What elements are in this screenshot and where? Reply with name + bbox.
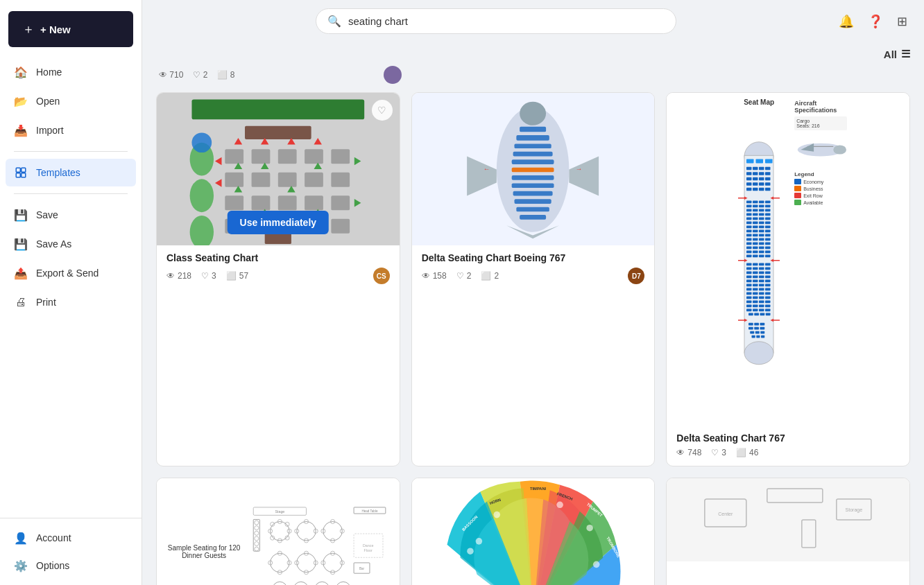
card-orchestra[interactable]: MODERN PERIOD BASSOON HORN TIMPANI FRENC… xyxy=(411,478,656,585)
svg-rect-145 xyxy=(759,251,764,254)
options-icon: ⚙️ xyxy=(14,559,28,573)
svg-rect-205 xyxy=(760,313,765,316)
svg-rect-166 xyxy=(765,272,771,274)
svg-rect-96 xyxy=(753,201,758,204)
svg-point-241 xyxy=(271,522,275,526)
svg-rect-20 xyxy=(225,195,243,210)
svg-marker-42 xyxy=(215,179,222,186)
apps-button[interactable]: ⊞ xyxy=(894,11,910,32)
svg-rect-142 xyxy=(765,247,771,250)
svg-rect-52 xyxy=(517,135,550,141)
sidebar-item-save[interactable]: 💾 Save xyxy=(6,201,136,229)
search-bar[interactable]: 🔍 xyxy=(316,8,676,34)
sidebar-label-import: Import xyxy=(36,125,64,136)
svg-text:Bar: Bar xyxy=(359,566,365,570)
svg-rect-119 xyxy=(746,226,752,229)
card-title-delta-seatmap: Delta Seating Chart 767 xyxy=(676,433,900,444)
svg-rect-80 xyxy=(753,177,758,181)
svg-point-7 xyxy=(190,179,214,212)
svg-rect-148 xyxy=(753,255,758,258)
svg-rect-211 xyxy=(748,323,753,326)
svg-rect-78 xyxy=(765,172,771,175)
use-immediately-class-seating[interactable]: Use immediately xyxy=(228,211,330,234)
svg-rect-77 xyxy=(759,172,764,175)
svg-point-67 xyxy=(744,342,773,365)
svg-rect-146 xyxy=(765,251,771,254)
sidebar-item-home[interactable]: 🏠 Home xyxy=(6,58,136,86)
svg-rect-72 xyxy=(753,167,758,171)
sidebar-item-open[interactable]: 📂 Open xyxy=(6,87,136,115)
svg-rect-143 xyxy=(746,251,752,254)
export-icon: 📤 xyxy=(14,266,28,280)
aircraft-side-view xyxy=(794,132,846,167)
svg-point-295 xyxy=(467,548,474,555)
svg-rect-22 xyxy=(278,195,297,210)
notification-button[interactable]: 🔔 xyxy=(836,11,857,32)
svg-rect-216 xyxy=(760,327,765,330)
svg-text:Storage: Storage xyxy=(846,507,863,513)
nav-divider-1 xyxy=(14,151,128,152)
svg-point-231 xyxy=(255,525,259,530)
svg-rect-83 xyxy=(746,182,752,186)
svg-rect-169 xyxy=(759,276,764,279)
card-delta-767[interactable]: ← → Delta Seating Chart Boeing 767 👁 158… xyxy=(411,92,656,466)
card-class-seating[interactable]: ♡ Use immediately Class Seating Chart 👁 … xyxy=(156,92,400,466)
svg-rect-182 xyxy=(765,288,771,291)
svg-rect-111 xyxy=(746,218,752,220)
svg-rect-183 xyxy=(746,292,752,295)
filter-button[interactable]: All ☰ xyxy=(884,48,910,60)
svg-rect-53 xyxy=(515,143,551,148)
svg-rect-18 xyxy=(305,173,323,187)
svg-text:←: ← xyxy=(484,165,490,173)
svg-rect-204 xyxy=(754,313,759,316)
sidebar-item-import[interactable]: 📥 Import xyxy=(6,116,136,144)
sidebar-item-options[interactable]: ⚙️ Options xyxy=(6,552,136,579)
sidebar-item-account[interactable]: 👤 Account xyxy=(6,524,136,552)
sidebar-label-templates: Templates xyxy=(36,167,80,178)
svg-rect-168 xyxy=(753,276,758,279)
help-button[interactable]: ❓ xyxy=(865,11,886,32)
svg-rect-113 xyxy=(759,218,764,220)
card-meta-delta-767: 👁 158 ♡ 2 ⬜ 2 D7 xyxy=(422,268,645,284)
card-partial-bottom[interactable]: Center Storage xyxy=(666,478,910,585)
svg-text:TIMPANI: TIMPANI xyxy=(530,487,546,491)
sidebar-item-templates[interactable]: Templates xyxy=(6,159,136,186)
svg-rect-29 xyxy=(331,219,350,234)
svg-rect-59 xyxy=(513,191,553,195)
svg-rect-217 xyxy=(750,331,754,334)
svg-rect-105 xyxy=(759,209,764,212)
svg-text:Center: Center xyxy=(719,512,734,516)
svg-rect-81 xyxy=(759,177,764,181)
svg-rect-112 xyxy=(753,218,758,220)
card-title-delta-767: Delta Seating Chart Boeing 767 xyxy=(422,252,645,263)
sidebar-item-print[interactable]: 🖨 Print xyxy=(6,288,136,316)
card-dinner-seating[interactable]: Sample Seating for 120 Dinner Guests Sta… xyxy=(156,478,400,585)
svg-rect-14 xyxy=(331,149,350,164)
svg-rect-136 xyxy=(753,243,758,245)
svg-rect-55 xyxy=(512,159,554,164)
svg-rect-0 xyxy=(16,168,20,172)
svg-rect-141 xyxy=(759,247,764,250)
svg-rect-140 xyxy=(753,247,758,250)
svg-rect-128 xyxy=(753,234,758,237)
svg-rect-123 xyxy=(746,230,752,233)
svg-rect-200 xyxy=(753,309,758,312)
svg-rect-133 xyxy=(759,238,764,241)
card-delta-seatmap[interactable]: Seat Map xyxy=(666,92,910,466)
svg-rect-11 xyxy=(252,149,271,164)
card-info-class-seating: Class Seating Chart 👁 218 ♡ 3 ⬜ 57 CS xyxy=(157,245,400,292)
sidebar-item-save-as[interactable]: 💾 Save As xyxy=(6,230,136,258)
sidebar-item-export[interactable]: 📤 Export & Send xyxy=(6,259,136,287)
svg-rect-124 xyxy=(753,230,758,233)
partial-copies: ⬜ 8 xyxy=(217,70,234,80)
svg-rect-85 xyxy=(759,182,764,186)
new-button[interactable]: ＋ + New xyxy=(8,11,133,47)
svg-marker-44 xyxy=(354,199,361,207)
svg-rect-203 xyxy=(748,313,753,316)
svg-rect-71 xyxy=(746,167,752,171)
favorite-class-seating[interactable]: ♡ xyxy=(372,100,393,121)
search-input[interactable] xyxy=(348,15,665,27)
partial-bottom-svg: Center Storage xyxy=(667,478,909,561)
save-icon: 💾 xyxy=(14,208,28,222)
svg-rect-172 xyxy=(753,280,758,283)
